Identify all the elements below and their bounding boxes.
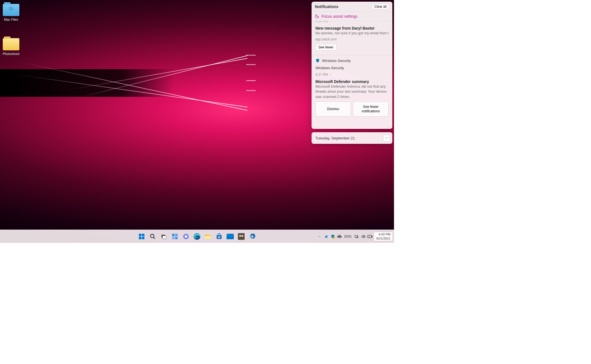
svg-rect-3 [142, 237, 144, 239]
notification-list[interactable]: 4:34 PM New message from Daryl Baxter No… [312, 21, 392, 129]
svg-rect-7 [172, 234, 175, 236]
focus-assist-label: Focus assist settings [322, 14, 357, 19]
notification-app-sub: Windows Security [315, 66, 388, 70]
desktop-icon-label: Photoshoot [0, 52, 22, 56]
mail-icon [227, 234, 234, 239]
tray-security-icon[interactable]: ! [330, 234, 336, 239]
mail-button[interactable] [225, 232, 235, 241]
svg-rect-17 [218, 237, 219, 238]
edge-icon [193, 233, 201, 240]
see-fewer-button[interactable]: See fewer [315, 44, 336, 51]
widgets-button[interactable] [170, 232, 180, 241]
tray-app-icon[interactable] [323, 234, 329, 239]
notification-app-header[interactable]: Windows Security [312, 55, 392, 64]
svg-rect-25 [355, 235, 357, 237]
tray-network-icon[interactable] [354, 234, 359, 239]
notification-body: No worries, not sure if you got my email… [315, 31, 388, 36]
tray-onedrive-icon[interactable] [337, 234, 342, 239]
tray-battery-icon[interactable] [367, 234, 373, 239]
windows-icon [138, 233, 145, 240]
taskbar: ! ENG 4:42 PM 9/21/2021 [0, 230, 394, 243]
tray-overflow-button[interactable] [317, 234, 322, 239]
shield-icon [315, 58, 320, 63]
notification-title: New message from Daryl Baxter [315, 26, 388, 30]
settings-button[interactable] [247, 232, 257, 241]
notification-source: app.slack.com [315, 37, 388, 41]
notification-app-name: Windows Security [322, 59, 351, 63]
svg-rect-16 [219, 236, 220, 237]
chevron-down-icon [329, 21, 332, 23]
svg-rect-6 [162, 236, 166, 239]
store-button[interactable] [214, 232, 224, 241]
notification-time: 4:27 PM [315, 73, 328, 77]
notification-card[interactable]: Windows Security 4:27 PM Microsoft Defen… [312, 64, 392, 102]
cloud-icon [337, 235, 342, 238]
search-button[interactable] [148, 232, 158, 241]
svg-point-22 [242, 235, 243, 237]
svg-point-4 [151, 234, 154, 238]
see-fewer-notifications-button[interactable]: See fewer notifications [353, 102, 388, 117]
tray-language[interactable]: ENG [343, 235, 353, 238]
chevron-up-icon [385, 136, 388, 140]
gear-icon [249, 233, 256, 240]
svg-rect-0 [139, 234, 141, 236]
volume-icon [361, 234, 366, 239]
focus-assist-link[interactable]: Focus assist settings [312, 12, 392, 21]
search-icon [150, 233, 156, 240]
desktop-icon-mac-files[interactable]: Mac Files [0, 4, 22, 22]
notification-time: 4:34 PM [315, 21, 328, 23]
calendar-collapsed[interactable]: Tuesday, September 21 [312, 132, 392, 144]
network-icon [354, 234, 359, 239]
svg-rect-27 [372, 236, 372, 237]
notification-body: Microsoft Defender Antivirus did not fin… [315, 84, 388, 99]
notifications-title: Notifications [315, 4, 338, 9]
folder-mac-icon [3, 4, 19, 16]
svg-rect-1 [142, 234, 144, 236]
cup-icon [324, 234, 328, 239]
app-gimp-button[interactable] [236, 232, 246, 241]
battery-icon [367, 235, 372, 238]
chat-button[interactable] [181, 232, 191, 241]
clear-all-button[interactable]: Clear all [372, 4, 389, 9]
svg-rect-12 [185, 235, 187, 238]
calendar-expand-button[interactable] [383, 134, 390, 142]
folder-icon [3, 38, 19, 50]
svg-rect-2 [139, 237, 141, 239]
moon-icon [315, 14, 319, 19]
notification-card[interactable]: 4:34 PM New message from Daryl Baxter No… [312, 21, 392, 53]
svg-rect-8 [175, 234, 178, 236]
widgets-icon [172, 233, 178, 240]
chevron-up-icon [329, 73, 332, 76]
task-view-icon [161, 233, 167, 240]
svg-point-21 [239, 235, 241, 237]
svg-rect-15 [218, 236, 219, 237]
dismiss-button[interactable]: Dismiss [315, 102, 351, 117]
explorer-button[interactable] [203, 232, 213, 241]
svg-rect-26 [368, 235, 372, 238]
explorer-icon [204, 233, 212, 240]
edge-button[interactable] [192, 232, 202, 241]
taskbar-clock[interactable]: 4:42 PM 9/21/2021 [374, 232, 393, 241]
shield-warn-icon: ! [331, 234, 335, 239]
chat-icon [183, 233, 189, 240]
clock-time: 4:42 PM [376, 232, 390, 236]
notification-center: Notifications Clear all Focus assist set… [312, 2, 392, 129]
start-button[interactable] [137, 232, 147, 241]
clock-date: 9/21/2021 [376, 236, 390, 241]
notification-header: Notifications Clear all [312, 2, 392, 12]
calendar-date: Tuesday, September 21 [315, 136, 355, 140]
task-view-button[interactable] [159, 232, 169, 241]
desktop-icon-label: Mac Files [0, 18, 22, 22]
store-icon [216, 233, 222, 240]
svg-rect-14 [217, 235, 222, 239]
svg-rect-10 [175, 237, 178, 239]
chevron-up-icon [318, 235, 321, 238]
svg-rect-20 [238, 233, 245, 240]
gimp-icon [238, 233, 245, 240]
desktop-icon-photoshoot[interactable]: Photoshoot [0, 38, 22, 56]
notification-title: Microsoft Defender summary [315, 79, 388, 84]
tray-volume-icon[interactable] [361, 234, 366, 239]
svg-rect-9 [172, 237, 175, 239]
svg-rect-18 [219, 237, 220, 238]
